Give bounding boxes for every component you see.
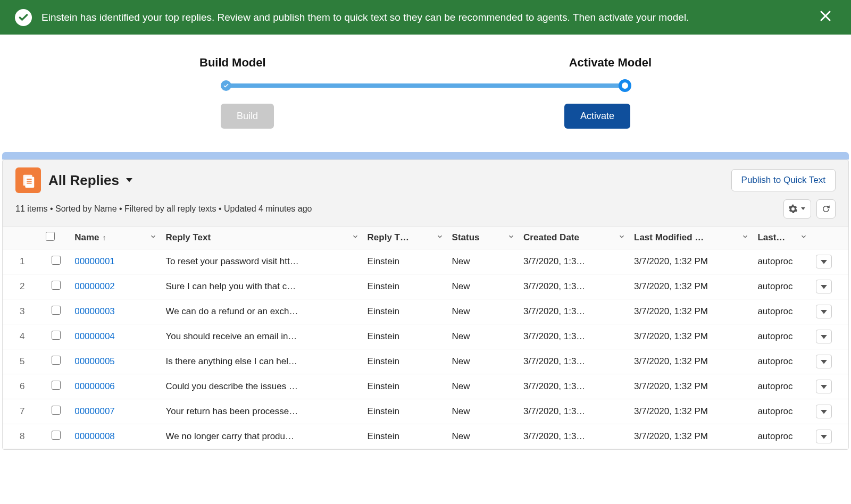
select-all-checkbox[interactable]	[46, 232, 55, 241]
row-number: 7	[3, 399, 41, 424]
last-cell: autoproc	[753, 374, 812, 399]
record-link[interactable]: 00000005	[74, 356, 115, 366]
last-cell: autoproc	[753, 299, 812, 324]
col-reply-text[interactable]: Reply Text	[161, 226, 363, 249]
row-action-menu[interactable]	[816, 430, 832, 443]
step-build-label: Build Model	[199, 56, 266, 70]
status-cell: New	[448, 274, 520, 299]
reply-type-cell: Einstein	[363, 349, 448, 374]
reply-type-cell: Einstein	[363, 274, 448, 299]
col-actions	[812, 226, 848, 249]
row-checkbox[interactable]	[52, 306, 61, 315]
reply-type-cell: Einstein	[363, 424, 448, 449]
col-created[interactable]: Created Date	[519, 226, 630, 249]
modified-cell: 3/7/2020, 1:32 PM	[630, 349, 753, 374]
table-row: 500000005Is there anything else I can he…	[3, 349, 848, 374]
row-checkbox[interactable]	[52, 406, 61, 415]
row-action-menu[interactable]	[816, 380, 832, 393]
status-cell: New	[448, 399, 520, 424]
status-cell: New	[448, 424, 520, 449]
created-cell: 3/7/2020, 1:3…	[519, 274, 630, 299]
reply-text-cell: You should receive an email in…	[161, 324, 363, 349]
refresh-icon	[821, 204, 831, 214]
row-checkbox[interactable]	[52, 356, 61, 365]
success-banner: Einstein has identified your top replies…	[0, 0, 851, 35]
last-cell: autoproc	[753, 324, 812, 349]
replies-table: Name↑ Reply Text Reply T… Status Created…	[3, 226, 848, 449]
row-checkbox[interactable]	[52, 431, 61, 440]
modified-cell: 3/7/2020, 1:32 PM	[630, 399, 753, 424]
reply-text-cell: To reset your password visit htt…	[161, 249, 363, 274]
last-cell: autoproc	[753, 424, 812, 449]
col-name[interactable]: Name↑	[70, 226, 161, 249]
record-link[interactable]: 00000007	[74, 406, 115, 416]
col-reply-t2[interactable]: Reply T…	[363, 226, 448, 249]
last-cell: autoproc	[753, 399, 812, 424]
caret-down-icon	[820, 258, 828, 265]
progress-track	[226, 83, 625, 88]
reply-type-cell: Einstein	[363, 324, 448, 349]
chevron-down-icon	[800, 232, 807, 243]
chevron-down-icon	[507, 232, 515, 243]
col-last[interactable]: Last…	[753, 226, 812, 249]
list-title: All Replies	[48, 172, 119, 189]
model-path: Build Model Activate Model Build Activat…	[0, 35, 851, 152]
chevron-down-icon	[149, 232, 157, 243]
step-activate-label: Activate Model	[569, 56, 652, 70]
row-action-menu[interactable]	[816, 305, 832, 318]
modified-cell: 3/7/2020, 1:32 PM	[630, 299, 753, 324]
modified-cell: 3/7/2020, 1:32 PM	[630, 249, 753, 274]
modified-cell: 3/7/2020, 1:32 PM	[630, 374, 753, 399]
row-checkbox[interactable]	[52, 331, 61, 340]
last-cell: autoproc	[753, 274, 812, 299]
caret-down-icon	[820, 333, 828, 340]
row-action-menu[interactable]	[816, 405, 832, 418]
list-view-picker[interactable]: All Replies	[48, 172, 134, 189]
record-link[interactable]: 00000001	[74, 256, 115, 266]
reply-type-cell: Einstein	[363, 299, 448, 324]
record-link[interactable]: 00000008	[74, 431, 115, 441]
reply-text-cell: Your return has been processe…	[161, 399, 363, 424]
table-row: 300000003We can do a refund or an exch…E…	[3, 299, 848, 324]
list-view-icon	[15, 167, 41, 193]
row-number: 1	[3, 249, 41, 274]
progress-node-activate	[619, 79, 631, 92]
row-checkbox[interactable]	[52, 256, 61, 265]
publish-to-quick-text-button[interactable]: Publish to Quick Text	[731, 169, 836, 191]
caret-down-icon	[800, 204, 806, 214]
row-number: 5	[3, 349, 41, 374]
refresh-button[interactable]	[816, 199, 836, 219]
created-cell: 3/7/2020, 1:3…	[519, 399, 630, 424]
row-action-menu[interactable]	[816, 330, 832, 343]
status-cell: New	[448, 249, 520, 274]
reply-type-cell: Einstein	[363, 374, 448, 399]
row-action-menu[interactable]	[816, 355, 832, 368]
record-link[interactable]: 00000006	[74, 381, 115, 391]
table-row: 100000001To reset your password visit ht…	[3, 249, 848, 274]
row-action-menu[interactable]	[816, 280, 832, 293]
progress-node-build	[221, 80, 231, 91]
record-link[interactable]: 00000003	[74, 306, 115, 316]
modified-cell: 3/7/2020, 1:32 PM	[630, 324, 753, 349]
record-link[interactable]: 00000004	[74, 331, 115, 341]
chevron-down-icon	[618, 232, 625, 243]
col-modified[interactable]: Last Modified …	[630, 226, 753, 249]
row-checkbox[interactable]	[52, 381, 61, 390]
activate-button[interactable]: Activate	[564, 104, 630, 129]
banner-close-button[interactable]	[815, 7, 836, 27]
row-number: 8	[3, 424, 41, 449]
col-rownum	[3, 226, 41, 249]
list-settings-button[interactable]	[783, 199, 811, 219]
col-select-all[interactable]	[41, 226, 70, 249]
created-cell: 3/7/2020, 1:3…	[519, 349, 630, 374]
record-link[interactable]: 00000002	[74, 281, 115, 291]
chevron-down-icon	[741, 232, 749, 243]
table-row: 200000002Sure I can help you with that c…	[3, 274, 848, 299]
row-action-menu[interactable]	[816, 255, 832, 268]
col-status[interactable]: Status	[448, 226, 520, 249]
reply-type-cell: Einstein	[363, 399, 448, 424]
close-icon	[819, 10, 832, 22]
row-checkbox[interactable]	[52, 281, 61, 290]
table-row: 800000008We no longer carry that produ…E…	[3, 424, 848, 449]
banner-message: Einstein has identified your top replies…	[41, 12, 815, 23]
